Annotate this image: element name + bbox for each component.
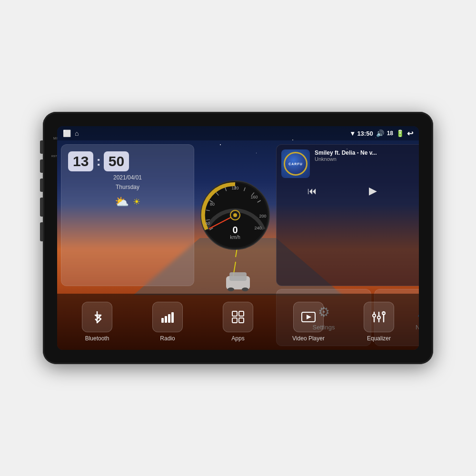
side-buttons — [40, 140, 43, 241]
bluetooth-icon — [89, 309, 105, 325]
music-widget: CARFU Smiley ft. Delia - Ne v... Unknown… — [276, 144, 419, 286]
svg-rect-34 — [232, 311, 237, 316]
battery-icon: 🔋 — [396, 129, 404, 137]
music-title: Smiley ft. Delia - Ne v... — [315, 149, 419, 156]
svg-point-27 — [233, 213, 237, 217]
clock-separator: : — [96, 154, 100, 169]
svg-text:160: 160 — [250, 195, 258, 199]
play-button[interactable]: ▶ — [369, 185, 377, 197]
speedometer-svg: 40 80 120 160 200 240 0 km/h — [197, 177, 273, 253]
svg-text:120: 120 — [231, 186, 238, 190]
rst-label: RST — [51, 155, 57, 158]
clock-display: 13 : 50 — [68, 151, 187, 171]
apps-icon-wrap — [223, 302, 253, 332]
carfu-label: CARFU — [288, 162, 303, 166]
music-controls: ⏮ ▶ ⏭ — [281, 185, 419, 197]
back-button[interactable] — [40, 178, 43, 192]
music-artist: Unknown — [315, 156, 419, 162]
clock-day: Thursday — [68, 184, 187, 190]
status-time: 13:50 — [357, 130, 373, 137]
video-player-icon — [301, 309, 316, 325]
svg-text:40: 40 — [205, 221, 210, 226]
volume-level: 18 — [387, 130, 393, 137]
svg-rect-37 — [239, 318, 244, 323]
volume-icon: 🔊 — [376, 129, 384, 137]
cloud-icon: ⛅ — [115, 195, 129, 208]
svg-marker-39 — [307, 315, 311, 319]
svg-rect-33 — [171, 312, 174, 323]
bottom-bar: Bluetooth Radio — [57, 294, 419, 350]
svg-rect-30 — [161, 318, 164, 323]
apps-label: Apps — [231, 335, 244, 342]
album-art-inner: CARFU — [284, 152, 307, 176]
music-info: Smiley ft. Delia - Ne v... Unknown — [315, 149, 419, 162]
status-bar: ⬜ ⌂ ▾ 13:50 🔊 18 🔋 ↩ — [57, 126, 419, 140]
speedometer-widget: 40 80 120 160 200 240 0 km/h — [197, 144, 273, 286]
bluetooth-icon-wrap — [82, 302, 112, 332]
video-player-icon-wrap — [293, 302, 324, 332]
status-right: ▾ 13:50 🔊 18 🔋 ↩ — [351, 129, 413, 138]
car-head-unit: MIC RST — [43, 112, 433, 364]
clock-hours: 13 — [68, 151, 93, 171]
clock-date: 2021/04/01 — [68, 174, 187, 181]
sun-icon: ☀ — [133, 197, 140, 207]
music-top: CARFU Smiley ft. Delia - Ne v... Unknown — [281, 149, 419, 178]
vol-down-button[interactable] — [40, 222, 43, 241]
svg-text:200: 200 — [259, 214, 266, 218]
wifi-icon: ▾ — [351, 129, 354, 137]
svg-rect-36 — [232, 318, 237, 323]
svg-text:km/h: km/h — [230, 235, 240, 240]
clock-minutes: 50 — [104, 151, 129, 171]
radio-icon — [160, 309, 175, 325]
equalizer-icon — [371, 309, 387, 325]
svg-text:80: 80 — [210, 202, 215, 207]
power-button[interactable] — [40, 140, 43, 154]
album-art: CARFU — [281, 149, 310, 178]
svg-text:240: 240 — [254, 226, 261, 230]
bluetooth-label: Bluetooth — [85, 335, 109, 342]
status-left: ⬜ ⌂ — [63, 129, 79, 137]
radio-label: Radio — [160, 335, 175, 342]
svg-rect-32 — [168, 314, 170, 323]
radio-icon-wrap — [152, 302, 183, 332]
screen: ⬜ ⌂ ▾ 13:50 🔊 18 🔋 ↩ 13 : 50 2021/ — [57, 126, 419, 350]
apps-item[interactable]: Apps — [203, 302, 273, 342]
equalizer-icon-wrap — [364, 302, 394, 332]
svg-rect-31 — [165, 316, 167, 323]
svg-rect-35 — [239, 311, 244, 316]
video-player-item[interactable]: Video Player — [273, 302, 344, 342]
apps-icon — [230, 309, 246, 325]
video-player-label: Video Player — [292, 335, 325, 342]
home-button[interactable] — [40, 159, 43, 173]
svg-text:0: 0 — [232, 225, 238, 235]
vol-up-button[interactable] — [40, 198, 43, 217]
back-arrow-icon[interactable]: ↩ — [407, 129, 413, 138]
weather-row: ⛅ ☀ — [68, 195, 187, 208]
equalizer-item[interactable]: Equalizer — [344, 302, 414, 342]
equalizer-label: Equalizer — [367, 335, 391, 342]
clock-widget: 13 : 50 2021/04/01 Thursday ⛅ ☀ — [61, 144, 194, 286]
home-icon[interactable]: ⌂ — [75, 129, 79, 137]
bluetooth-item[interactable]: Bluetooth — [62, 302, 132, 342]
prev-button[interactable]: ⏮ — [307, 186, 317, 197]
screen-icon[interactable]: ⬜ — [63, 129, 71, 137]
radio-item[interactable]: Radio — [132, 302, 203, 342]
